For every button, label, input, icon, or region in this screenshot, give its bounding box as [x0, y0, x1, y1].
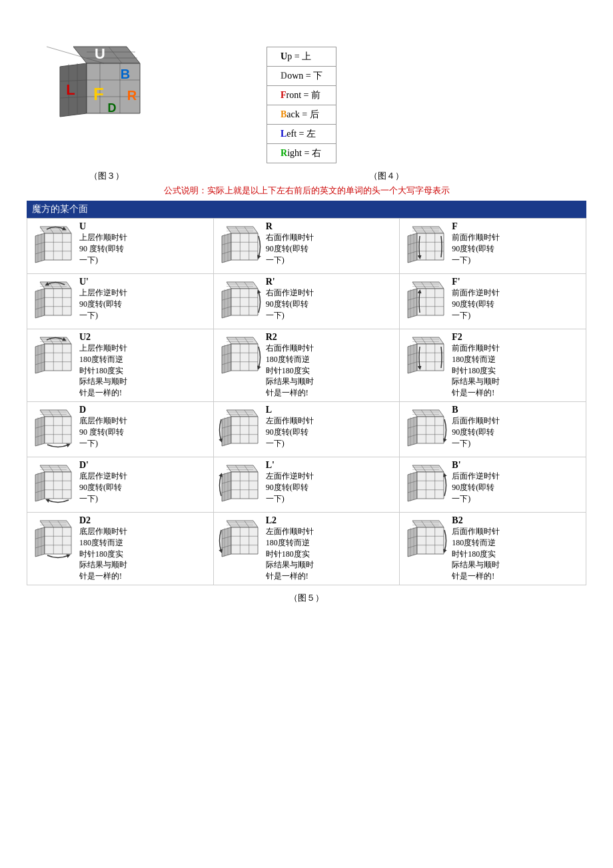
legend-down: Down = 下 — [267, 67, 336, 86]
svg-marker-66 — [40, 282, 71, 289]
moves-row: U2上层作顺时针 180度转而逆 时针180度实 际结果与顺时 针是一样的!R2… — [27, 329, 586, 402]
svg-marker-246 — [40, 521, 71, 527]
cube-diagram-L2 — [217, 515, 263, 565]
svg-marker-112 — [35, 344, 45, 373]
cube-diagram-B — [402, 405, 449, 454]
svg-marker-82 — [222, 289, 231, 318]
move-desc-F: 前面作顺时针 90度转(即转 一下) — [452, 232, 500, 265]
svg-marker-263 — [231, 527, 258, 554]
svg-marker-158 — [45, 417, 71, 443]
svg-marker-216 — [227, 465, 258, 472]
svg-marker-218 — [231, 472, 258, 499]
svg-text:U: U — [95, 45, 105, 62]
move-desc-R2: 右面作顺时针 180度转而逆 时针180度实 际结果与顺时 针是一样的! — [266, 343, 314, 399]
svg-marker-201 — [40, 465, 71, 472]
svg-marker-36 — [227, 227, 258, 233]
move-label-Dp: D' — [79, 460, 89, 470]
svg-text:L: L — [66, 81, 75, 98]
svg-marker-96 — [412, 282, 444, 289]
move-content-Lp: L'左面作逆时针 90度转(即转 一下) — [217, 460, 397, 509]
move-cell-Rp: R'右面作逆时针 90度转(即转 一下) — [213, 274, 400, 329]
move-content-Up: U'上层作逆时针 90度转(即转 一下) — [30, 277, 211, 326]
svg-marker-126 — [227, 337, 258, 344]
move-desc-U2: 上层作顺时针 180度转而逆 时针180度实 际结果与顺时 针是一样的! — [79, 343, 127, 399]
move-label-Bp: B' — [452, 460, 460, 470]
move-content-F2: F2前面作顺时针 180度转而逆 时针180度实 际结果与顺时 针是一样的! — [402, 332, 583, 399]
svg-marker-277 — [408, 527, 417, 557]
move-desc-R: 右面作顺时针 90度转(即转 一下) — [266, 232, 314, 265]
svg-marker-97 — [408, 289, 417, 318]
moves-table: U上层作顺时针 90 度转(即转 一下)R右面作顺时针 90度转(即转 一下)F… — [27, 218, 586, 585]
move-cell-R: R右面作顺时针 90度转(即转 一下) — [213, 219, 400, 274]
svg-marker-23 — [45, 233, 71, 260]
svg-marker-141 — [412, 337, 444, 344]
move-cell-U: U上层作顺时针 90 度转(即转 一下) — [27, 219, 214, 274]
cube-diagram-Rp — [217, 277, 263, 326]
move-desc-D: 底层作顺时针 90 度转(即转 一下) — [79, 415, 127, 449]
move-cell-B2: B2后面作顺时针 180度转而逆 时针180度实 际结果与顺时 针是一样的! — [400, 512, 586, 585]
svg-marker-81 — [227, 282, 258, 289]
svg-marker-53 — [417, 233, 444, 260]
cube-diagram-Up — [30, 277, 77, 326]
fig5-label: （图５） — [27, 592, 586, 604]
move-cell-Dp: D'底层作逆时针 90度转(即转 一下) — [27, 457, 214, 512]
move-desc-D2: 底层作顺时针 180度转而逆 时针180度实 际结果与顺时 针是一样的! — [79, 526, 127, 582]
move-label-Rp: R' — [266, 277, 275, 287]
move-content-R2: R2右面作顺时针 180度转而逆 时针180度实 际结果与顺时 针是一样的! — [217, 332, 397, 399]
svg-marker-172 — [222, 417, 231, 446]
svg-marker-21 — [40, 227, 71, 233]
move-content-L: L左面作顺时针 90度转(即转 一下) — [217, 405, 397, 454]
svg-marker-233 — [417, 472, 444, 499]
move-content-B: B后面作顺时针 90度转(即转 一下) — [402, 405, 583, 454]
svg-text:R: R — [127, 88, 137, 103]
svg-marker-38 — [231, 233, 258, 260]
move-cell-U2: U2上层作顺时针 180度转而逆 时针180度实 际结果与顺时 针是一样的! — [27, 329, 214, 402]
move-label-D: D — [79, 405, 86, 415]
svg-marker-143 — [417, 344, 444, 371]
move-desc-Bp: 后面作逆时针 90度转(即转 一下) — [452, 471, 500, 504]
svg-text:F: F — [93, 84, 104, 104]
move-cell-Bp: B'后面作逆时针 90度转(即转 一下) — [400, 457, 586, 512]
legend-container: Up = 上 Down = 下 Front = 前 Back = 后 — [227, 33, 336, 163]
move-cell-D2: D2底层作顺时针 180度转而逆 时针180度实 际结果与顺时 针是一样的! — [27, 512, 214, 585]
cube-illustration: U L F B R D — [47, 33, 153, 133]
move-cell-Fp: F'前面作逆时针 90度转(即转 一下) — [400, 274, 586, 329]
move-label-B2: B2 — [452, 515, 462, 525]
top-section: U L F B R D Up = 上 Down — [27, 13, 586, 163]
move-desc-Up: 上层作逆时针 90度转(即转 一下) — [79, 287, 127, 321]
move-content-F: F前面作顺时针 90度转(即转 一下) — [402, 221, 583, 271]
move-cell-B: B后面作顺时针 90度转(即转 一下) — [400, 401, 586, 457]
svg-marker-157 — [35, 417, 45, 446]
move-cell-Lp: L'左面作逆时针 90度转(即转 一下) — [213, 457, 400, 512]
cube-diagram-R2 — [217, 332, 263, 381]
cube-diagram-Lp — [217, 460, 263, 509]
move-desc-Lp: 左面作逆时针 90度转(即转 一下) — [266, 471, 314, 504]
cube-diagram-Fp — [402, 277, 449, 326]
move-content-U: U上层作顺时针 90 度转(即转 一下) — [30, 221, 211, 271]
legend-up: Up = 上 — [267, 47, 336, 67]
cube-diagram-Bp — [402, 460, 449, 509]
cube-diagram-U — [30, 221, 77, 271]
svg-marker-217 — [222, 472, 231, 501]
moves-row: U上层作顺时针 90 度转(即转 一下)R右面作顺时针 90度转(即转 一下)F… — [27, 219, 586, 274]
move-content-L2: L2左面作顺时针 180度转而逆 时针180度实 际结果与顺时 针是一样的! — [217, 515, 397, 582]
cube-diagram-L — [217, 405, 263, 454]
move-desc-Dp: 底层作逆时针 90度转(即转 一下) — [79, 471, 127, 504]
move-cell-L2: L2左面作顺时针 180度转而逆 时针180度实 际结果与顺时 针是一样的! — [213, 512, 400, 585]
svg-marker-173 — [231, 417, 258, 443]
svg-marker-261 — [227, 521, 258, 527]
move-label-Up: U' — [79, 277, 89, 287]
svg-marker-22 — [35, 233, 45, 263]
move-content-Bp: B'后面作逆时针 90度转(即转 一下) — [402, 460, 583, 509]
move-label-U2: U2 — [79, 332, 91, 342]
move-label-L2: L2 — [266, 515, 277, 525]
legend-table: Up = 上 Down = 下 Front = 前 Back = 后 — [267, 47, 336, 163]
cube-diagram-R — [217, 221, 263, 271]
legend-row-back: Back = 后 — [267, 105, 336, 125]
move-desc-Fp: 前面作逆时针 90度转(即转 一下) — [452, 287, 500, 321]
svg-text:D: D — [108, 101, 117, 115]
move-label-D2: D2 — [79, 515, 91, 525]
svg-marker-262 — [222, 527, 231, 557]
cube-diagram-F2 — [402, 332, 449, 381]
cube-diagram-Dp — [30, 460, 77, 509]
